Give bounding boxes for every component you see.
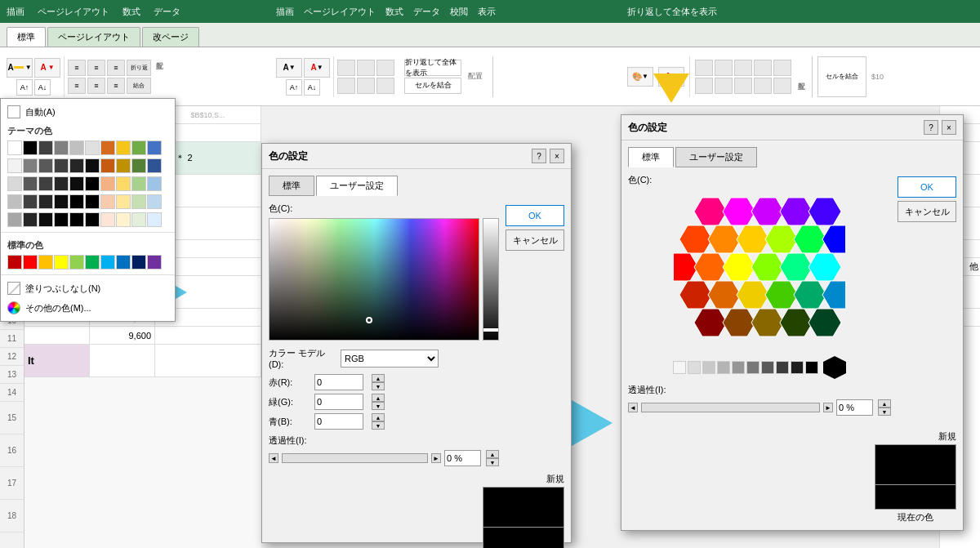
hex-19[interactable] [708,281,741,309]
merge-btn[interactable]: 結合 [127,78,151,94]
tv3-2[interactable] [23,194,38,209]
wrap-btn-mid[interactable]: 折り返して全体を表示 [404,60,461,76]
tv1-10[interactable] [147,158,162,173]
std-2[interactable] [23,255,38,270]
theme-gn[interactable] [131,140,146,155]
hex-4[interactable] [780,198,813,225]
blue-up-mid[interactable]: ▲ [372,413,385,421]
tab-custom-right[interactable]: ユーザー設定 [675,147,757,167]
tv3-1[interactable] [7,194,22,209]
fill-btn-right[interactable]: 🎨 ▼ [627,67,653,87]
tab-page-break[interactable]: 改ページ [142,27,199,47]
font-size-down[interactable]: A↓ [34,79,51,96]
blue-input-mid[interactable] [314,413,363,430]
tv4-9[interactable] [131,212,146,227]
tv1-5[interactable] [69,158,84,173]
std-5[interactable] [69,255,84,270]
color-canvas-mid[interactable] [269,218,479,341]
a1[interactable] [337,60,355,76]
hex-5[interactable] [808,198,841,225]
ar6[interactable] [695,78,713,94]
trans-right-right[interactable]: ► [823,403,833,412]
auto-color-row[interactable]: 自動(A) [1,102,175,122]
tv4-3[interactable] [38,212,53,227]
tv1-3[interactable] [38,158,53,173]
align-mid-right[interactable]: ≡ [107,78,125,94]
hex-21[interactable] [765,281,798,309]
transparency-input-mid[interactable] [444,450,481,466]
merge-btn-mid[interactable]: セルを結合 [404,78,461,94]
font-color-btn[interactable]: A ▼ [34,58,60,78]
cell-it-c[interactable] [155,345,261,376]
other-colors-option[interactable]: その他の色(M)... [1,298,175,318]
a3[interactable] [376,60,394,76]
menu-formula2[interactable]: 数式 [385,6,403,18]
menu-data2[interactable]: データ [413,6,440,18]
std-10[interactable] [147,255,162,270]
ok-btn-right[interactable]: OK [898,176,956,198]
gray-10[interactable] [805,361,818,374]
gray-2[interactable] [688,361,701,374]
hex-9[interactable] [765,225,798,253]
tv2-3[interactable] [38,176,53,191]
hex-25[interactable] [723,309,755,336]
tv2-8[interactable] [116,176,131,191]
transparency-left-arrow[interactable]: ◄ [269,453,278,463]
tab-custom-mid[interactable]: ユーザー設定 [316,176,398,196]
gray-5[interactable] [732,361,745,374]
trans-dn-right[interactable]: ▼ [878,408,891,416]
green-up-mid[interactable]: ▲ [372,394,385,402]
tv2-4[interactable] [54,176,69,191]
red-input-mid[interactable] [314,374,363,390]
menu-page-layout[interactable]: ページレイアウト [38,6,109,18]
hex-13[interactable] [694,253,727,281]
trans-up-right[interactable]: ▲ [878,399,891,408]
wrap-text-btn[interactable]: 折り返 [127,60,151,76]
tv2-7[interactable] [100,176,115,191]
selected-black-hex[interactable] [823,356,846,379]
fill-color-btn[interactable]: A ▼ [7,58,33,78]
fill-btn-mid[interactable]: A ▼ [276,58,302,78]
hex-28[interactable] [808,309,841,336]
theme-b[interactable] [23,140,38,155]
cell-10a[interactable] [24,327,90,344]
tv1-8[interactable] [116,158,131,173]
trans-input-right[interactable] [836,399,873,416]
tv2-1[interactable] [7,176,22,191]
dialog-mid-help[interactable]: ? [532,149,546,163]
no-fill-option[interactable]: 塗りつぶしなし(N) [1,278,175,298]
tv3-6[interactable] [85,194,100,209]
hex-17[interactable] [808,253,841,281]
cell-merge-btn-right[interactable]: セルを結合 [817,56,866,97]
gray-8[interactable] [776,361,789,374]
red-dn-mid[interactable]: ▼ [372,382,385,390]
tv4-2[interactable] [23,212,38,227]
a5[interactable] [357,78,375,94]
gray-9[interactable] [791,361,804,374]
theme-lg[interactable] [69,140,84,155]
trans-dn-mid[interactable]: ▼ [486,458,499,466]
hex-3[interactable] [751,198,784,225]
font-size-up-mid[interactable]: A↑ [286,79,302,96]
menu-view[interactable]: 表示 [478,6,496,18]
tab-standard-left[interactable]: 標準 [7,27,46,47]
honeycomb-svg[interactable] [674,189,845,353]
hex-26[interactable] [751,309,784,336]
align-mid-center[interactable]: ≡ [87,78,105,94]
theme-yl[interactable] [116,140,131,155]
tv2-6[interactable] [85,176,100,191]
font-size-dn-mid[interactable]: A↓ [304,79,320,96]
theme-bl[interactable] [147,140,162,155]
blue-dn-mid[interactable]: ▼ [372,421,385,430]
green-input-mid[interactable] [314,394,363,410]
align-top-right[interactable]: ≡ [107,60,125,76]
tv1-2[interactable] [23,158,38,173]
transparency-slider-mid[interactable] [282,453,428,463]
tv4-10[interactable] [147,212,162,227]
red-up-mid[interactable]: ▲ [372,374,385,382]
hex-16[interactable] [780,253,813,281]
hex-14[interactable] [723,253,755,281]
tab-page-layout[interactable]: ページレイアウト [47,27,140,47]
menu-formula[interactable]: 数式 [122,6,140,18]
font-drop-mid[interactable]: ▼ [317,64,323,71]
